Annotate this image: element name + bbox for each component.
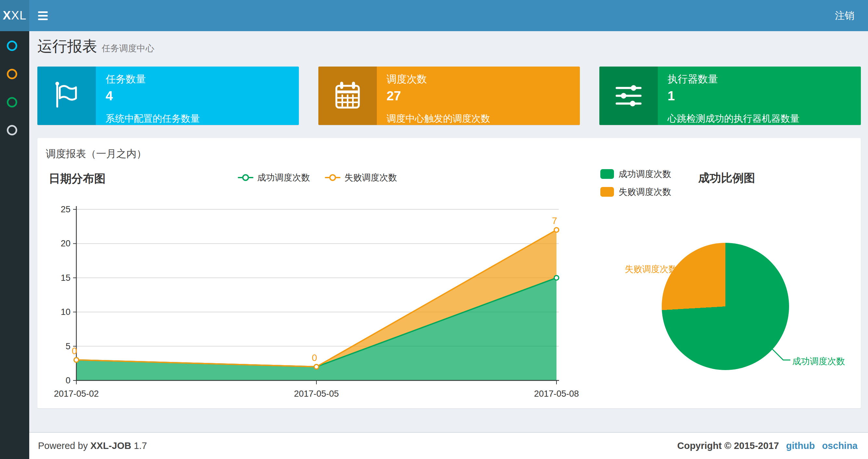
- app-logo[interactable]: XXL: [0, 0, 29, 31]
- sliders-icon: [599, 67, 658, 125]
- version: 1.7: [134, 440, 147, 451]
- svg-text:5: 5: [66, 341, 70, 351]
- swatch-icon: [600, 187, 614, 197]
- top-navbar: XXL 注销: [0, 0, 868, 31]
- circle-icon: [7, 125, 17, 135]
- flag-icon: [37, 67, 96, 125]
- sidebar-item-1[interactable]: [7, 40, 19, 52]
- sidebar-item-4[interactable]: [7, 125, 19, 137]
- stat-card-label: 调度次数: [386, 72, 580, 86]
- swatch-icon: [600, 169, 614, 179]
- stat-card-executors: 执行器数量 1 心跳检测成功的执行器机器数量: [599, 67, 861, 125]
- stat-card-description: 调度中心触发的调度次数: [386, 112, 580, 125]
- date-distribution-chart: 05101520252017-05-022017-05-052017-05-08…: [42, 182, 594, 416]
- logo-rest: XL: [11, 9, 26, 23]
- powered-prefix: Powered by: [38, 440, 88, 451]
- sidebar: [0, 31, 29, 459]
- line-series-icon: [238, 177, 253, 178]
- stat-card-value: 4: [105, 89, 299, 103]
- pie-chart-legend: 成功调度次数 失败调度次数: [600, 168, 671, 198]
- pie-legend-item-fail[interactable]: 失败调度次数: [600, 186, 671, 198]
- stat-card-body: 任务数量 4 系统中配置的任务数量: [96, 67, 299, 125]
- svg-text:15: 15: [61, 273, 70, 283]
- svg-text:25: 25: [61, 204, 70, 214]
- stat-card-description: 系统中配置的任务数量: [105, 112, 299, 125]
- stat-card-body: 调度次数 27 调度中心触发的调度次数: [377, 67, 580, 125]
- github-link[interactable]: github: [786, 440, 815, 451]
- legend-label: 失败调度次数: [619, 186, 671, 198]
- svg-text:20: 20: [61, 238, 70, 248]
- sidebar-toggle-button[interactable]: [29, 0, 57, 31]
- pie-label-fail: 失败调度次数: [625, 263, 677, 275]
- logout-button[interactable]: 注销: [821, 0, 868, 31]
- page-title: 运行报表: [37, 38, 97, 55]
- stat-card-body: 执行器数量 1 心跳检测成功的执行器机器数量: [658, 67, 861, 125]
- circle-icon: [7, 69, 17, 79]
- stat-card-value: 27: [386, 89, 580, 103]
- svg-text:7: 7: [552, 216, 557, 226]
- sidebar-item-3[interactable]: [7, 97, 19, 109]
- hamburger-icon: [38, 11, 48, 13]
- powered-by: Powered by XXL-JOB 1.7: [38, 440, 147, 451]
- legend-label: 成功调度次数: [619, 168, 671, 180]
- page: XXL 注销 运行报表任务调度中心 任务数量 4: [0, 0, 868, 459]
- pie-chart-title: 成功比例图: [699, 170, 755, 186]
- success-ratio-pie: [662, 243, 789, 370]
- copyright: Copyright © 2015-2017: [677, 440, 779, 451]
- brand: XXL-JOB: [90, 440, 131, 451]
- footer: Powered by XXL-JOB 1.7 Copyright © 2015-…: [29, 432, 868, 459]
- svg-text:2017-05-05: 2017-05-05: [294, 389, 339, 399]
- circle-icon: [7, 97, 17, 107]
- svg-text:0: 0: [312, 353, 317, 363]
- stat-card-label: 执行器数量: [668, 72, 861, 86]
- line-series-icon: [325, 177, 340, 178]
- calendar-icon: [318, 67, 377, 125]
- content-header: 运行报表任务调度中心: [37, 36, 154, 57]
- svg-text:0: 0: [66, 375, 70, 385]
- stat-card-triggers: 调度次数 27 调度中心触发的调度次数: [318, 67, 580, 125]
- circle-icon: [7, 40, 17, 51]
- svg-text:2017-05-02: 2017-05-02: [54, 389, 99, 399]
- panel-title: 调度报表（一月之内）: [46, 147, 147, 161]
- stat-card-value: 1: [668, 89, 861, 103]
- stat-cards-row: 任务数量 4 系统中配置的任务数量: [37, 67, 861, 125]
- stat-card-jobs: 任务数量 4 系统中配置的任务数量: [37, 67, 299, 125]
- report-panel: 调度报表（一月之内） 日期分布图 成功调度次数 失败调度次数 051015202…: [37, 138, 861, 408]
- page-subtitle: 任务调度中心: [102, 43, 154, 53]
- pie-label-success: 成功调度次数: [792, 356, 845, 367]
- stat-card-description: 心跳检测成功的执行器机器数量: [668, 112, 861, 125]
- oschina-link[interactable]: oschina: [822, 440, 858, 451]
- logo-bold: X: [3, 9, 11, 23]
- pie-legend-item-success[interactable]: 成功调度次数: [600, 168, 671, 180]
- svg-text:0: 0: [72, 346, 77, 356]
- svg-text:10: 10: [61, 307, 70, 317]
- stat-card-label: 任务数量: [105, 72, 299, 86]
- sidebar-item-2[interactable]: [7, 69, 19, 80]
- svg-text:2017-05-08: 2017-05-08: [534, 389, 579, 399]
